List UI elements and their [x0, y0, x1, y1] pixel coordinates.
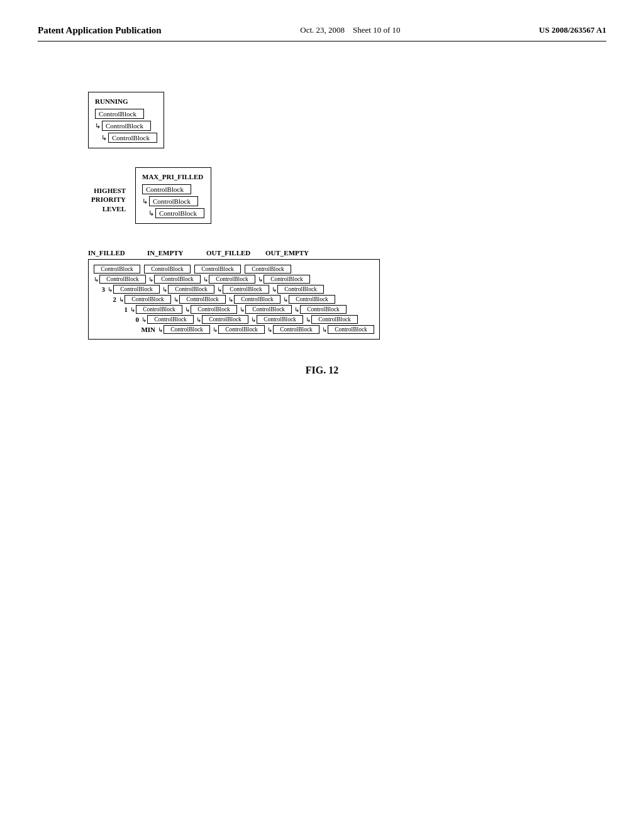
arrow-3: ↳ — [142, 197, 148, 206]
cb-l1a-4: ControlBlock — [300, 305, 347, 314]
cb-l1-4: ControlBlock — [264, 275, 310, 284]
arr-l2-3: ↳ — [228, 296, 233, 303]
cb-top-2: ControlBlock — [144, 265, 191, 274]
cb-l1a-2: ControlBlock — [191, 305, 237, 314]
cb-l0-3: ControlBlock — [257, 315, 303, 324]
cb-top-1: ControlBlock — [94, 265, 140, 274]
cb-maxpri-2-row: ↳ ControlBlock — [142, 196, 204, 206]
cb-running-3: ControlBlock — [108, 133, 157, 143]
arr-l0-3: ↳ — [251, 316, 256, 323]
cb-maxpri-3: ControlBlock — [155, 208, 204, 218]
sheet-info: Sheet 10 of 10 — [353, 25, 400, 35]
cb-l3-4: ControlBlock — [277, 285, 324, 294]
row-level-1: 1 ↳ControlBlock ↳ControlBlock ↳ControlBl… — [94, 305, 374, 314]
cb-min-3: ControlBlock — [273, 325, 319, 334]
maxpri-label: MAX_PRI_FILLED — [142, 173, 204, 180]
arr-l1-4: ↳ — [258, 276, 263, 283]
row-arrow-1: ↳ControlBlock ↳ControlBlock ↳ControlBloc… — [94, 275, 374, 284]
arr-l2-2: ↳ — [174, 296, 179, 303]
cb-l2-4: ControlBlock — [289, 295, 335, 304]
page: Patent Application Publication Oct. 23, … — [0, 0, 644, 830]
cb-l1-3: ControlBlock — [209, 275, 255, 284]
arr-l1-3: ↳ — [203, 276, 208, 283]
patent-number: US 2008/263567 A1 — [539, 25, 606, 35]
publication-date-sheet: Oct. 23, 2008 Sheet 10 of 10 — [300, 25, 400, 35]
cb-running-2-row: ↳ ControlBlock — [95, 121, 157, 131]
level-label-0: 0 — [128, 316, 139, 323]
cb-running-1: ControlBlock — [95, 109, 144, 119]
arr-l3-1: ↳ — [108, 286, 113, 293]
diagram-area: RUNNING ControlBlock ↳ ControlBlock ↳ Co… — [38, 79, 606, 340]
level-label-3: 3 — [94, 285, 105, 293]
arr-l2-4: ↳ — [283, 296, 288, 303]
cb-min-4: ControlBlock — [328, 325, 374, 334]
arrow-4: ↳ — [148, 209, 154, 218]
cb-maxpri-1: ControlBlock — [142, 184, 191, 194]
cb-l1-2: ControlBlock — [154, 275, 201, 284]
cb-l1-1: ControlBlock — [99, 275, 146, 284]
arr-l1a-4: ↳ — [294, 306, 299, 313]
arr-min-1: ↳ — [158, 326, 163, 333]
bottom-queue-section: IN_FILLED IN_EMPTY OUT_FILLED OUT_EMPTY … — [88, 249, 380, 340]
row-level-3: 3 ↳ControlBlock ↳ControlBlock ↳ControlBl… — [94, 285, 374, 294]
cb-l3-3: ControlBlock — [223, 285, 269, 294]
arr-l1a-3: ↳ — [240, 306, 245, 313]
row-level-2: 2 ↳ControlBlock ↳ControlBlock ↳ControlBl… — [94, 295, 374, 304]
cb-l0-2: ControlBlock — [202, 315, 248, 324]
bottom-outer-box: ControlBlock ControlBlock ControlBlock C… — [88, 259, 380, 340]
top-row: ControlBlock ControlBlock ControlBlock C… — [94, 265, 374, 274]
cb-l2-1: ControlBlock — [125, 295, 171, 304]
arr-min-2: ↳ — [213, 326, 218, 333]
arr-l1-2: ↳ — [148, 276, 153, 283]
cb-min-1: ControlBlock — [164, 325, 210, 334]
cb-maxpri-2: ControlBlock — [149, 196, 198, 206]
page-header: Patent Application Publication Oct. 23, … — [38, 25, 606, 42]
arr-l1-1: ↳ — [94, 276, 99, 283]
col-header-in-empty: IN_EMPTY — [147, 249, 203, 257]
arr-l1a-2: ↳ — [185, 306, 190, 313]
cb-l2-2: ControlBlock — [179, 295, 226, 304]
level-label-min: MIN — [139, 326, 155, 333]
cb-running-2: ControlBlock — [102, 121, 151, 131]
publication-title: Patent Application Publication — [38, 25, 162, 36]
level-label-1: 1 — [116, 306, 128, 313]
cb-l3-1: ControlBlock — [113, 285, 160, 294]
arr-l2-1: ↳ — [119, 296, 124, 303]
row-level-min: MIN ↳ControlBlock ↳ControlBlock ↳Control… — [94, 325, 374, 334]
arr-min-4: ↳ — [322, 326, 327, 333]
cb-top-4: ControlBlock — [245, 265, 291, 274]
col-header-in-filled: IN_FILLED — [88, 249, 143, 257]
arr-l3-2: ↳ — [162, 286, 167, 293]
row-level-0: 0 ↳ControlBlock ↳ControlBlock ↳ControlBl… — [94, 315, 374, 324]
col-headers: IN_FILLED IN_EMPTY OUT_FILLED OUT_EMPTY — [88, 249, 380, 257]
cb-l3-2: ControlBlock — [168, 285, 214, 294]
arr-l1a-1: ↳ — [130, 306, 135, 313]
cb-l1a-3: ControlBlock — [245, 305, 292, 314]
arr-l0-2: ↳ — [196, 316, 201, 323]
cb-running-3-row: ↳ ControlBlock — [95, 133, 157, 143]
pub-date: Oct. 23, 2008 — [300, 25, 345, 35]
arr-l3-3: ↳ — [217, 286, 222, 293]
arr-l0-1: ↳ — [142, 316, 147, 323]
cb-l2-3: ControlBlock — [234, 295, 280, 304]
running-label: RUNNING — [95, 97, 157, 105]
arr-l0-4: ↳ — [306, 316, 311, 323]
col-header-out-filled: OUT_FILLED — [206, 249, 262, 257]
figure-caption: FIG. 12 — [38, 365, 606, 376]
arr-min-3: ↳ — [267, 326, 272, 333]
cb-l0-1: ControlBlock — [147, 315, 194, 324]
maxpri-section: HIGHESTPRIORITYLEVEL MAX_PRI_FILLED Cont… — [88, 167, 211, 224]
arrow-1: ↳ — [95, 122, 101, 130]
col-header-out-empty: OUT_EMPTY — [265, 249, 321, 257]
arrow-2: ↳ — [101, 134, 107, 142]
highest-priority-label: HIGHESTPRIORITYLEVEL — [88, 167, 126, 213]
arr-l3-4: ↳ — [272, 286, 277, 293]
cb-top-3: ControlBlock — [194, 265, 241, 274]
running-section: RUNNING ControlBlock ↳ ControlBlock ↳ Co… — [88, 92, 164, 148]
level-label-2: 2 — [105, 296, 116, 303]
cb-maxpri-3-row: ↳ ControlBlock — [142, 208, 204, 218]
cb-l0-4: ControlBlock — [311, 315, 358, 324]
cb-l1a-1: ControlBlock — [136, 305, 182, 314]
cb-min-2: ControlBlock — [218, 325, 265, 334]
